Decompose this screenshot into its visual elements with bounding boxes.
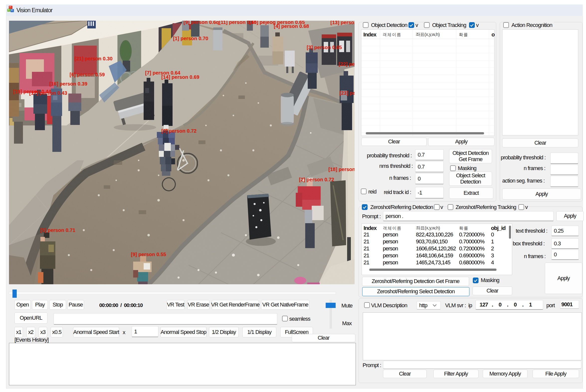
svg-text:[9] person 0.6q[11] person 0.6: [9] person 0.6q[11] person 0.65: [184, 21, 256, 25]
svg-text:[5] person 0.71: [5] person 0.71: [40, 228, 75, 233]
svg-text:[16] person 0.39: [16] person 0.39: [49, 81, 87, 86]
svg-text:[14] person 0.69: [14] person 0.69: [161, 74, 199, 80]
svg-text:[4] person 0.68: [4] person 0.68: [274, 24, 309, 29]
svg-text:[18] person 0.4: [18] person 0.4: [328, 166, 354, 172]
svg-text:[9] person 0.55: [9] person 0.55: [131, 252, 166, 257]
svg-text:[21] person 0.30: [21] person 0.30: [74, 56, 112, 61]
svg-text:[22] perso: [22] perso: [339, 61, 354, 67]
svg-text:[3] person 0.65: [3] person 0.65: [307, 45, 342, 50]
svg-text:[2] person 0.72: [2] person 0.72: [299, 177, 334, 182]
svg-text:[17] person 0.43: [17] person 0.43: [29, 90, 67, 96]
svg-text:[1] person 0.70: [1] person 0.70: [173, 36, 208, 41]
svg-text:[6] person 0.59: [6] person 0.59: [70, 72, 105, 77]
svg-text:[0] person 0.72: [0] person 0.72: [161, 128, 196, 134]
svg-text:[13] person 0.55: [13] person 0.55: [330, 21, 354, 25]
svg-text:[23] persod: [23] persod: [340, 90, 354, 96]
